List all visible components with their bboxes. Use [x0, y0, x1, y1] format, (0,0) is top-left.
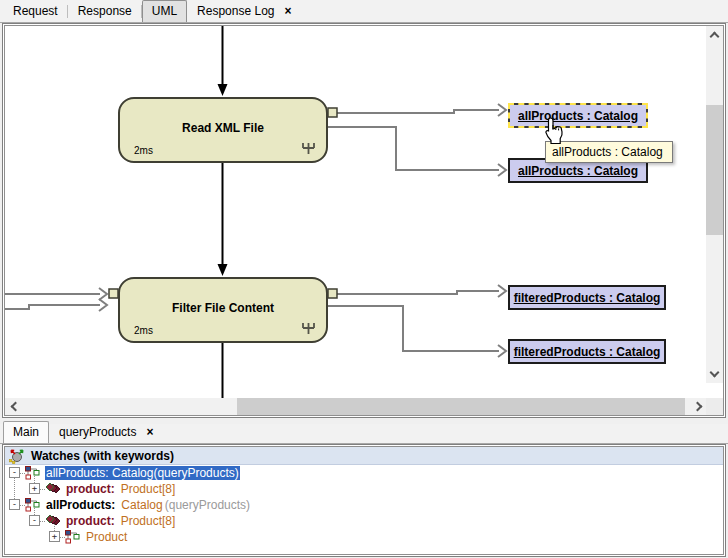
uml-diagram-panel: Read XML File 2ms Filter File Content 2m… — [2, 23, 726, 418]
watches-icon — [9, 448, 25, 464]
chevron-left-icon — [11, 402, 21, 412]
tab-uml[interactable]: UML — [142, 0, 187, 22]
expand-toggle-icon[interactable]: + — [49, 531, 60, 542]
bottom-tab-bar: Main queryProducts× — [0, 424, 728, 444]
chevron-down-icon — [710, 368, 720, 378]
activity-node-filter-file-content[interactable]: Filter File Content 2ms — [118, 277, 328, 343]
horizontal-scrollbar-thumb[interactable] — [237, 398, 685, 415]
vertical-scrollbar[interactable] — [706, 26, 723, 383]
scroll-left-button[interactable] — [5, 398, 22, 415]
tab-response[interactable]: Response — [68, 0, 142, 22]
instance-stack-icon — [45, 482, 61, 496]
watches-panel: Watches (with keywords) - — [2, 444, 726, 557]
tree-label: Product — [85, 530, 128, 544]
tree-row-allproducts-2[interactable]: - allProducts:Catalog(queryProducts) — [5, 497, 723, 513]
class-icon — [25, 466, 40, 480]
tree-label: Catalog — [120, 498, 163, 512]
tree-row-allproducts-selected[interactable]: - allProducts: Catalog(queryProducts) — [5, 465, 723, 481]
watches-header: Watches (with keywords) — [5, 447, 723, 465]
tree-label: allProducts: — [45, 498, 116, 512]
tab-request[interactable]: Request — [3, 0, 68, 22]
top-tab-bar: Request Response UML Response Log× — [0, 0, 728, 23]
tab-main[interactable]: Main — [3, 421, 49, 443]
tree-label: Product[8] — [120, 482, 177, 496]
expand-toggle-icon[interactable]: + — [29, 483, 40, 494]
hand-cursor-icon — [542, 117, 564, 145]
tree-label: Product[8] — [120, 514, 177, 528]
tree-row-product-2[interactable]: - product:Product[8] — [5, 513, 723, 529]
scroll-up-button[interactable] — [706, 26, 723, 43]
activity-title: Read XML File — [120, 121, 326, 135]
horizontal-scrollbar[interactable] — [5, 398, 708, 415]
instance-stack-icon — [45, 514, 61, 528]
fork-icon — [301, 140, 316, 155]
duration-label: 2ms — [134, 325, 153, 336]
tooltip: allProducts : Catalog — [545, 141, 673, 163]
watch-tree[interactable]: - allProducts: Catalog(queryProducts) + — [5, 465, 723, 555]
object-node-filteredproducts-1[interactable]: filteredProducts : Catalog — [508, 285, 666, 310]
vertical-scrollbar-thumb[interactable] — [706, 105, 723, 235]
tree-row-product-class[interactable]: + Product — [5, 529, 723, 545]
class-icon — [25, 498, 40, 512]
class-icon — [65, 530, 80, 544]
collapse-toggle-icon[interactable]: - — [9, 499, 20, 510]
close-tab-icon[interactable]: × — [284, 4, 291, 18]
collapse-toggle-icon[interactable]: - — [29, 515, 40, 526]
tree-row-product-1[interactable]: + product:Product[8] — [5, 481, 723, 497]
tree-label: (queryProducts) — [164, 498, 251, 512]
duration-label: 2ms — [134, 145, 153, 156]
fork-icon — [301, 320, 316, 335]
close-tab-icon[interactable]: × — [146, 425, 153, 439]
diagram-canvas[interactable]: Read XML File 2ms Filter File Content 2m… — [5, 26, 708, 400]
object-node-allproducts-1[interactable]: allProducts : Catalog — [508, 103, 648, 128]
scroll-down-button[interactable] — [706, 366, 723, 383]
tree-label: allProducts: Catalog(queryProducts) — [45, 466, 240, 480]
collapse-toggle-icon[interactable]: - — [9, 467, 20, 478]
tab-response-log[interactable]: Response Log× — [187, 0, 301, 22]
chevron-right-icon — [693, 402, 703, 412]
watches-title: Watches (with keywords) — [31, 449, 174, 463]
activity-node-read-xml-file[interactable]: Read XML File 2ms — [118, 97, 328, 163]
tree-label: product: — [65, 514, 116, 528]
chevron-up-icon — [710, 32, 720, 42]
activity-title: Filter File Content — [120, 301, 326, 315]
tab-queryproducts[interactable]: queryProducts× — [49, 421, 163, 443]
object-node-filteredproducts-2[interactable]: filteredProducts : Catalog — [508, 339, 666, 364]
tree-label: product: — [65, 482, 116, 496]
scrollbar-corner — [706, 398, 723, 415]
